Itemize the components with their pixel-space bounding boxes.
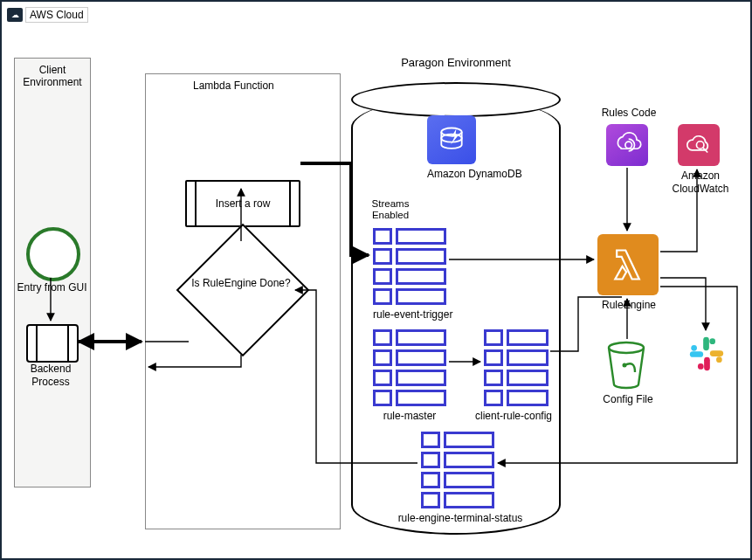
- svg-point-14: [691, 345, 697, 351]
- svg-point-3: [696, 142, 704, 149]
- slack-icon: [686, 334, 727, 377]
- table-terminal-status-label: rule-engine-terminal-status: [395, 512, 526, 524]
- paragon-environment-title: Paragon Environment: [353, 56, 559, 69]
- config-file-label: Config File: [594, 393, 662, 406]
- rules-code-label: Rules Code: [591, 107, 666, 120]
- table-rule-event-trigger-label: rule-event-trigger: [373, 308, 446, 321]
- rules-code-icon: [606, 124, 648, 166]
- svg-point-12: [716, 356, 722, 363]
- cloudwatch-icon: [678, 124, 720, 166]
- cloudwatch-label: Amazon CloudWatch: [666, 169, 735, 196]
- backend-process-node: [26, 324, 79, 363]
- table-client-rule-config-label: client-rule-config: [475, 410, 548, 422]
- decision-node: [196, 243, 290, 337]
- config-file-bucket-icon: [604, 341, 648, 392]
- svg-rect-8: [710, 350, 723, 356]
- dynamodb-label: Amazon DynamoDB: [427, 168, 522, 180]
- svg-point-13: [698, 363, 704, 370]
- svg-rect-9: [704, 357, 710, 370]
- diagram-canvas: ☁ AWS Cloud Client Environment Entry fro…: [0, 0, 752, 560]
- table-client-rule-config: client-rule-config: [484, 329, 548, 422]
- svg-point-6: [623, 363, 627, 368]
- table-rule-event-trigger: rule-event-trigger: [373, 228, 446, 321]
- lambda-function-title: Lambda Function: [193, 80, 274, 92]
- streams-enabled-label: Streams Enabled: [362, 198, 418, 221]
- decision-label: Is RuleEngine Done?: [189, 277, 293, 290]
- aws-cloud-label: AWS Cloud: [25, 7, 88, 23]
- insert-row-step: Insert a row: [185, 180, 300, 227]
- svg-rect-10: [690, 351, 703, 357]
- client-environment-title: Client Environment: [15, 64, 90, 89]
- svg-point-5: [609, 342, 644, 353]
- svg-rect-7: [703, 337, 709, 350]
- aws-cloud-icon: ☁: [7, 8, 23, 22]
- dynamodb-service: Amazon DynamoDB: [427, 115, 522, 180]
- entry-from-gui-node: [26, 227, 80, 281]
- backend-process-label: Backend Process: [15, 363, 86, 389]
- table-rule-master-label: rule-master: [373, 410, 446, 422]
- decision-diamond-icon: [176, 224, 310, 357]
- entry-from-gui-label: Entry from GUI: [10, 281, 93, 294]
- table-rule-master: rule-master: [373, 329, 446, 422]
- svg-point-11: [709, 338, 715, 344]
- rule-engine-label: RuleEngine: [596, 299, 662, 312]
- dynamodb-icon: [427, 115, 476, 164]
- insert-row-label: Insert a row: [216, 197, 271, 210]
- aws-cloud-tag: ☁ AWS Cloud: [7, 7, 88, 23]
- rule-engine-lambda-icon: [597, 234, 659, 295]
- table-terminal-status: rule-engine-terminal-status: [421, 432, 494, 524]
- svg-point-2: [625, 142, 632, 149]
